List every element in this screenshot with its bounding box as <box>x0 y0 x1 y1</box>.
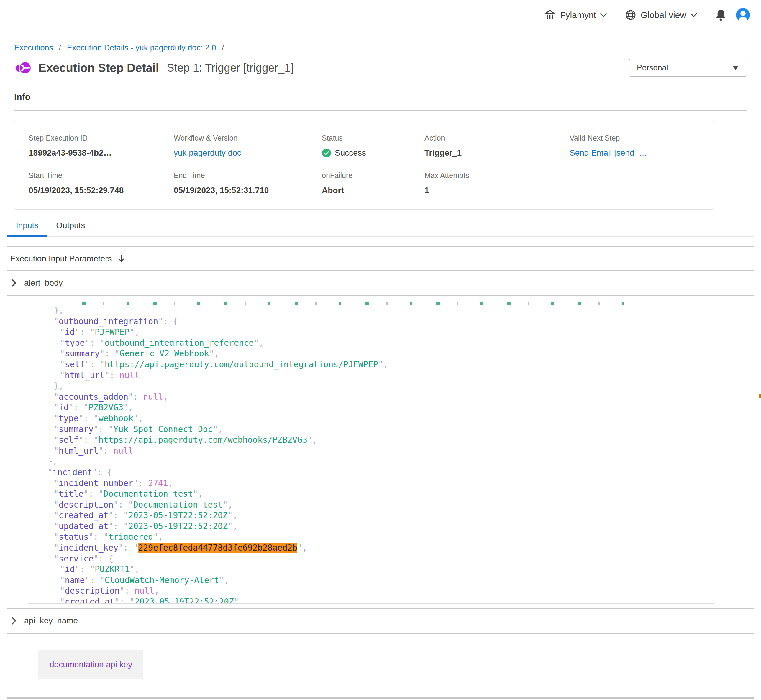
field-value: 1 <box>424 186 570 195</box>
field-label: Step Execution ID <box>28 134 174 142</box>
code-line: "html_url": null <box>47 445 714 456</box>
clipped-code-line <box>82 300 643 305</box>
field-valid-next-step: Valid Next Step Send Email [send_… <box>570 134 708 158</box>
field-value: 18992a43-9538-4b2… <box>28 148 174 158</box>
field-value: 05/19/2023, 15:52:29.748 <box>28 186 174 195</box>
chevron-down-icon <box>691 13 697 17</box>
workflow-link[interactable]: yuk pagerduty doc <box>174 148 322 158</box>
section-label: alert_body <box>24 278 63 288</box>
scope-select-value: Personal <box>637 63 669 72</box>
field-label: Valid Next Step <box>570 134 708 142</box>
code-line: "id": "PZB2VG3", <box>47 402 714 413</box>
notifications-button[interactable] <box>715 9 727 21</box>
code-line: "summary": "Yuk Spot Connect Doc", <box>47 424 714 435</box>
page-title: Execution Step Detail <box>38 61 159 75</box>
field-label: onFailure <box>322 171 424 180</box>
org-switcher[interactable]: Fylamynt <box>543 9 607 21</box>
code-line: "incident_key": "229efec8feda44778d3fe69… <box>47 542 714 553</box>
code-line: "status": "triggered", <box>47 532 714 542</box>
code-line: }, <box>47 305 714 316</box>
params-header-title: Execution Input Parameters <box>10 254 112 264</box>
code-line: "name": "CloudWatch-Memory-Alert", <box>47 575 714 586</box>
tab-inputs[interactable]: Inputs <box>7 221 47 237</box>
code-line: "description": "Documentation test", <box>47 500 714 511</box>
execution-step-detail-page: { "topbar": { "org": { "label": "Fylamyn… <box>0 0 761 700</box>
field-value: 05/19/2023, 15:52:31.710 <box>174 186 322 195</box>
code-line: "type": "webhook", <box>47 413 714 424</box>
api-key-name-chip[interactable]: documentation api key <box>38 650 143 679</box>
code-line: "outbound_integration": { <box>47 316 714 327</box>
field-step-execution-id: Step Execution ID 18992a43-9538-4b2… <box>28 134 174 158</box>
json-code-viewer[interactable]: },"outbound_integration": {"id": "PJFWPE… <box>28 300 714 604</box>
breadcrumb-link-executions[interactable]: Executions <box>14 43 53 52</box>
code-line: "summary": "Generic V2 Webhook", <box>47 348 714 359</box>
code-line: }, <box>47 381 714 392</box>
field-status: Status Success <box>322 134 424 158</box>
page-subtitle: Step 1: Trigger [trigger_1] <box>167 62 294 74</box>
code-line: "self": "https://api.pagerduty.com/webho… <box>47 435 714 445</box>
chevron-down-icon <box>600 13 607 17</box>
info-card: Step Execution ID 18992a43-9538-4b2… Wor… <box>14 120 714 209</box>
code-line: "accounts_addon": null, <box>47 392 714 403</box>
field-label: Action <box>424 134 570 142</box>
field-start-time: Start Time 05/19/2023, 15:52:29.748 <box>28 171 174 195</box>
field-label: Workflow & Version <box>174 134 322 142</box>
workflow-step-icon <box>14 59 32 77</box>
breadcrumb-link-execution-details[interactable]: Execution Details - yuk pagerduty doc: 2… <box>67 43 216 52</box>
code-line: "html_url": null <box>47 370 714 381</box>
caret-down-icon <box>733 66 739 70</box>
topbar: Fylamynt Global view <box>0 0 761 30</box>
section-api-key-name[interactable]: api_key_name <box>7 609 754 633</box>
execution-input-parameters-header: Execution Input Parameters <box>7 254 754 270</box>
next-step-link[interactable]: Send Email [send_… <box>570 148 708 158</box>
api-key-name-value-box: documentation api key <box>28 640 714 690</box>
json-code-content: },"outbound_integration": {"id": "PJFWPE… <box>47 300 714 604</box>
view-switcher[interactable]: Global view <box>625 9 697 21</box>
breadcrumb: Executions / Execution Details - yuk pag… <box>14 43 761 53</box>
breadcrumb-separator: / <box>59 43 61 52</box>
code-line: "title": "Documentation test", <box>47 489 714 500</box>
status-text: Success <box>335 148 366 158</box>
section-alert-body[interactable]: alert_body <box>7 271 754 295</box>
view-name: Global view <box>640 10 686 20</box>
scrollbar-find-marker[interactable] <box>759 394 761 398</box>
topbar-separator <box>706 8 706 22</box>
code-line: "updated_at": "2023-05-19T22:52:20Z", <box>47 521 714 532</box>
section-api-key-value[interactable]: api_key_value <box>7 698 754 700</box>
field-action: Action Trigger_1 <box>424 134 570 158</box>
info-heading: Info <box>14 92 747 102</box>
success-check-icon <box>322 148 331 158</box>
avatar <box>736 8 750 22</box>
field-end-time: End Time 05/19/2023, 15:52:31.710 <box>174 171 322 195</box>
code-line: "created_at": "2023-05-19T22:52:20Z", <box>47 510 714 521</box>
download-icon[interactable] <box>117 254 125 264</box>
tab-outputs[interactable]: Outputs <box>47 221 94 236</box>
title-row: Execution Step Detail Step 1: Trigger [t… <box>14 59 747 77</box>
code-line: "id": "PUZKRT1", <box>47 564 714 575</box>
divider <box>7 246 754 247</box>
field-label: Max Attempts <box>424 171 570 180</box>
breadcrumb-separator: / <box>222 43 224 52</box>
scope-select[interactable]: Personal <box>629 59 747 77</box>
code-line: "id": "PJFWPEP", <box>47 327 714 338</box>
tabs: Inputs Outputs <box>7 221 754 237</box>
code-line: "service": { <box>47 553 714 564</box>
code-line: "incident_number": 2741, <box>47 478 714 489</box>
status-badge: Success <box>322 148 424 158</box>
section-label: api_key_name <box>24 616 78 625</box>
institution-icon <box>543 9 556 21</box>
code-line: "description": null, <box>47 586 714 597</box>
code-line: "self": "https://api.pagerduty.com/outbo… <box>47 359 714 370</box>
field-value: Trigger_1 <box>424 148 570 158</box>
divider <box>14 109 747 111</box>
account-menu[interactable] <box>736 8 750 22</box>
field-max-attempts: Max Attempts 1 <box>424 171 570 195</box>
code-line: "created_at": "2023-05-19T22:52:20Z" <box>47 597 714 604</box>
field-label: Status <box>322 134 424 142</box>
topbar-separator <box>615 8 616 22</box>
field-workflow-version: Workflow & Version yuk pagerduty doc <box>174 134 322 158</box>
field-onfailure: onFailure Abort <box>322 171 424 195</box>
code-line: "type": "outbound_integration_reference"… <box>47 338 714 348</box>
bell-icon <box>715 9 727 21</box>
field-value: Abort <box>322 186 424 195</box>
